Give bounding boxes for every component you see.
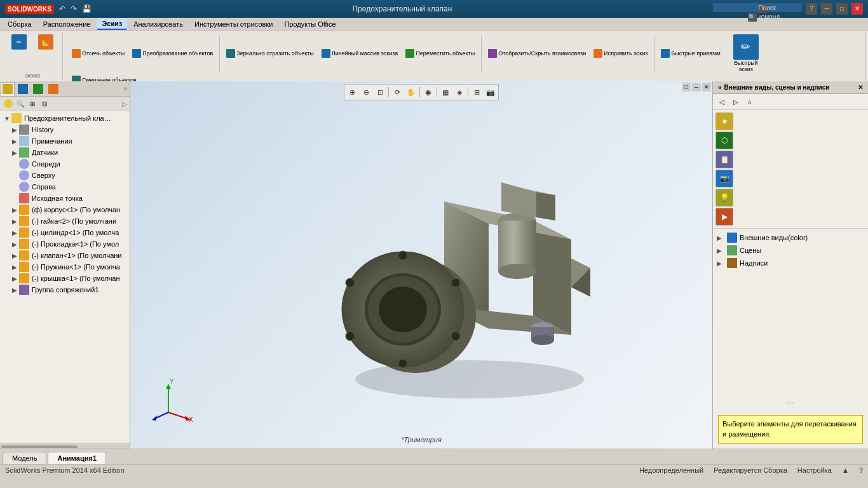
menu-sketch[interactable]: Эскиз xyxy=(97,18,127,30)
lpt-expand-all[interactable]: ⊞ xyxy=(27,98,38,109)
tree-kryshka[interactable]: ▶ (-) крышка<1> (По умолчан xyxy=(1,273,128,284)
scrollbar-thumb[interactable] xyxy=(1,445,78,448)
quick-access-undo[interactable]: ↶ xyxy=(59,4,65,13)
offset-btn[interactable]: Смещение объектов xyxy=(69,75,139,81)
rp-light-btn[interactable]: 💡 xyxy=(715,189,733,207)
sensors-expander[interactable]: ▶ xyxy=(10,149,19,156)
prokladka-expander[interactable]: ▶ xyxy=(10,241,19,248)
property-manager-tab[interactable] xyxy=(16,82,30,96)
tree-right[interactable]: ▶ Справа xyxy=(1,181,128,193)
dim-expert-tab[interactable] xyxy=(46,82,60,96)
zoom-out-btn[interactable]: ⊖ xyxy=(360,86,372,98)
repair-btn[interactable]: Исправить эскиз xyxy=(591,48,650,58)
quick-access-save[interactable]: 💾 xyxy=(82,4,92,13)
left-panel-scrollbar[interactable] xyxy=(0,444,130,449)
rp-captions-expander[interactable]: ▶ xyxy=(717,260,724,267)
rp-tree-appearances[interactable]: ▶ Внешние виды(color) xyxy=(715,231,865,244)
rp-appearance-btn[interactable]: ★ xyxy=(715,112,733,130)
tree-notes[interactable]: ▶ Примечания xyxy=(1,135,128,147)
rp-back-btn[interactable]: ◁ xyxy=(715,95,728,108)
move-btn[interactable]: Переместить объекты xyxy=(403,48,477,58)
shading-btn[interactable]: ◈ xyxy=(453,86,466,98)
menu-office-products[interactable]: Продукты Office xyxy=(279,19,341,29)
feature-tree-tab[interactable] xyxy=(1,82,15,96)
rotate-btn[interactable]: ⟳ xyxy=(391,86,403,98)
linear-pattern-btn[interactable]: Линейный массив эскиза xyxy=(319,48,401,58)
quick-sketch-btn[interactable]: ✏ Быстрый эскиз xyxy=(726,33,766,74)
tree-history[interactable]: ▶ History xyxy=(1,124,128,135)
tree-origin[interactable]: ▶ Исходная точка xyxy=(1,193,128,204)
pan-btn[interactable]: ✋ xyxy=(405,86,417,98)
lpt-collapse-all[interactable]: ⊟ xyxy=(39,98,50,109)
section-view-btn[interactable]: ⊞ xyxy=(470,86,483,98)
lpt-search-btn[interactable]: 🔍 xyxy=(15,98,26,109)
rp-scene-btn[interactable]: ⬡ xyxy=(715,132,733,149)
tab-animation[interactable]: Анимация1 xyxy=(48,452,106,464)
rp-scenes-expander[interactable]: ▶ xyxy=(717,247,724,254)
rp-close-btn[interactable]: ✕ xyxy=(858,84,863,91)
tree-root[interactable]: ▼ Предохранительный клапан (П xyxy=(1,112,128,124)
menu-analyze[interactable]: Анализировать xyxy=(128,19,188,29)
tree-mate-group[interactable]: ▶ Группа сопряжений1 xyxy=(1,284,128,295)
tree-front[interactable]: ▶ Спереди xyxy=(1,158,128,170)
view-orient-btn[interactable]: ◉ xyxy=(422,86,435,98)
expand-arrow[interactable]: » xyxy=(123,81,130,96)
tree-gaika[interactable]: ▶ (-) гайка<2> (По умолчани xyxy=(1,215,128,227)
cylinder-expander[interactable]: ▶ xyxy=(10,229,19,236)
rp-tree-captions[interactable]: ▶ Надписи xyxy=(715,257,865,269)
zoom-in-btn[interactable]: ⊕ xyxy=(346,86,358,98)
rp-active-btn[interactable]: ▶ xyxy=(715,208,733,226)
display-style-btn[interactable]: ▦ xyxy=(439,86,452,98)
status-help[interactable]: ? xyxy=(859,466,863,474)
minimize-btn[interactable]: ─ xyxy=(821,3,832,15)
notes-expander[interactable]: ▶ xyxy=(10,138,19,145)
rp-appearances-expander[interactable]: ▶ xyxy=(717,234,724,241)
quick-access-redo[interactable]: ↷ xyxy=(71,4,77,13)
rp-expand-btn[interactable]: « xyxy=(718,84,722,91)
status-arrow[interactable]: ▲ xyxy=(842,466,849,474)
mate-expander[interactable]: ▶ xyxy=(10,287,19,294)
camera-btn[interactable]: 📷 xyxy=(484,86,497,98)
vp-close-btn[interactable]: ✕ xyxy=(702,83,711,92)
rp-camera-btn[interactable]: 📷 xyxy=(715,170,733,187)
rp-home-btn[interactable]: ⌂ xyxy=(743,95,756,108)
tree-prujina[interactable]: ▶ (-) Пружина<1> (По умолча xyxy=(1,261,128,273)
lpt-expand-panel[interactable]: ▷ xyxy=(122,100,127,107)
help-btn[interactable]: ? xyxy=(806,3,817,15)
klapan-expander[interactable]: ▶ xyxy=(10,252,19,259)
config-manager-tab[interactable] xyxy=(31,82,45,96)
tab-model[interactable]: Модель xyxy=(3,452,46,464)
lpt-filter-btn[interactable] xyxy=(3,98,14,109)
menu-drawing-tools[interactable]: Инструменты отрисовки xyxy=(189,19,278,29)
vp-min-btn[interactable]: ─ xyxy=(692,83,701,92)
zoom-fit-btn[interactable]: ⊡ xyxy=(374,86,386,98)
mirror-btn[interactable]: Зеркально отразить объекты xyxy=(224,48,316,58)
kryshka-expander[interactable]: ▶ xyxy=(10,275,19,282)
rp-forward-btn[interactable]: ▷ xyxy=(729,95,742,108)
menu-layout[interactable]: Расположение xyxy=(38,19,96,29)
sketch-btn[interactable]: ✏ Отсечь объекты xyxy=(6,33,32,51)
convert-btn[interactable]: Преобразование объектов xyxy=(130,48,215,58)
close-btn[interactable]: ✕ xyxy=(851,3,863,15)
vp-restore-btn[interactable]: □ xyxy=(682,83,691,92)
prujina-expander[interactable]: ▶ xyxy=(10,264,19,271)
korpus-expander[interactable]: ▶ xyxy=(10,207,19,214)
auto-dim-btn[interactable]: 📐 xyxy=(33,33,58,51)
tree-sensors[interactable]: ▶ Датчики xyxy=(1,147,128,158)
search-box[interactable]: 🔍 Поиск команд xyxy=(713,3,802,12)
tree-top[interactable]: ▶ Сверху xyxy=(1,170,128,181)
rp-tree-scenes[interactable]: ▶ Сцены xyxy=(715,244,865,257)
maximize-btn[interactable]: □ xyxy=(836,3,848,15)
show-hide-rel-btn[interactable]: Отобразить/Скрыть взаимосвязи xyxy=(485,48,588,58)
rp-decal-btn[interactable]: 📋 xyxy=(715,151,733,168)
tree-cylinder[interactable]: ▶ (-) цилиндр<1> (По умолча xyxy=(1,227,128,238)
menu-assembly[interactable]: Сборка xyxy=(3,19,37,29)
tree-prokladka[interactable]: ▶ (-) Прокладка<1> (По умол xyxy=(1,238,128,250)
quick-snaps-btn[interactable]: Быстрые привязки xyxy=(658,48,723,58)
gaika-expander[interactable]: ▶ xyxy=(10,218,19,225)
trim-btn[interactable]: Отсечь объекты xyxy=(69,48,127,58)
root-expander[interactable]: ▼ xyxy=(3,115,11,122)
tree-korpus[interactable]: ▶ (ф) корпус<1> (По умолчан xyxy=(1,204,128,215)
history-expander[interactable]: ▶ xyxy=(10,126,19,133)
tree-klapan[interactable]: ▶ (-) клапан<1> (По умолчани xyxy=(1,250,128,261)
